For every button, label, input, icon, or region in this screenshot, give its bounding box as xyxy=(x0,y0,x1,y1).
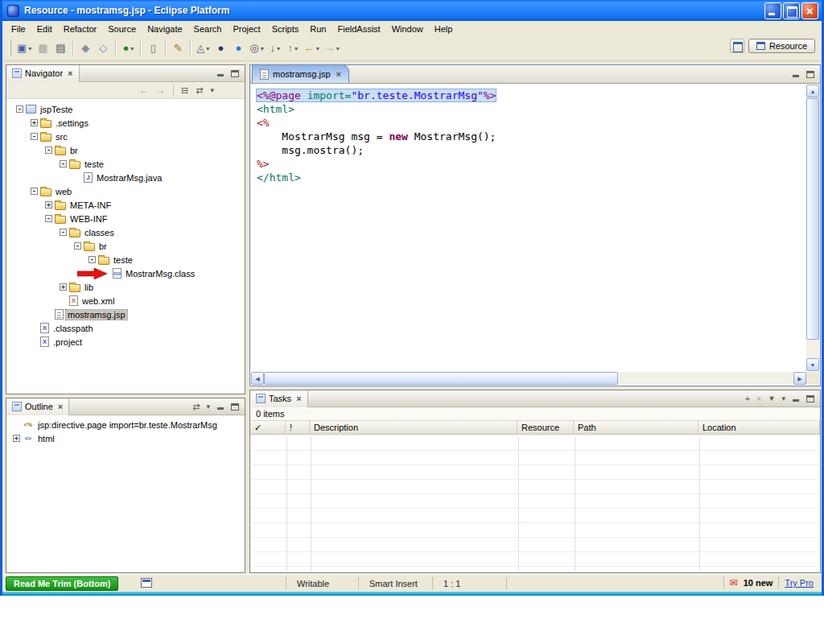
code-editor[interactable]: <%@page import="br.teste.MostrarMsg"%> <… xyxy=(251,85,805,371)
minimize-view-button[interactable] xyxy=(792,395,800,402)
menu-project[interactable]: Project xyxy=(227,23,266,35)
column-header-location[interactable]: Location xyxy=(698,421,820,434)
prev-annotation-button[interactable]: ↑▾ xyxy=(284,39,302,58)
expander-icon[interactable] xyxy=(89,256,96,263)
tree-item-web[interactable]: web xyxy=(6,184,245,198)
web-dark-button[interactable]: ● xyxy=(212,39,229,58)
tree-item-project[interactable]: .project xyxy=(6,335,245,349)
back-history-icon[interactable]: ← xyxy=(139,85,149,96)
class-wizard-button[interactable]: ◆ xyxy=(76,39,94,58)
tree-item-br2[interactable]: br xyxy=(6,239,245,253)
annotate-button[interactable]: ✎ xyxy=(169,39,187,58)
tree-item-teste2[interactable]: teste xyxy=(6,253,245,266)
maximize-view-button[interactable] xyxy=(231,70,239,77)
dropdown-chevron-icon[interactable]: ▾ xyxy=(206,45,209,52)
forward-button[interactable]: →▾ xyxy=(322,39,342,58)
tree-item-lib[interactable]: lib xyxy=(6,280,245,294)
code-line[interactable]: MostrarMsg msg = new MostrarMsg(); xyxy=(257,130,805,143)
fast-view-icon[interactable] xyxy=(141,578,152,588)
column-header-path[interactable]: Path xyxy=(574,421,698,434)
vertical-scrollbar[interactable]: ▲ ▼ xyxy=(806,85,819,371)
scrollbar-thumb[interactable] xyxy=(806,98,819,340)
delete-task-icon[interactable]: × xyxy=(756,394,761,403)
add-task-icon[interactable]: + xyxy=(745,394,750,403)
menu-help[interactable]: Help xyxy=(429,23,459,35)
menu-search[interactable]: Search xyxy=(188,23,228,35)
filter-icon[interactable]: ▼ xyxy=(768,394,776,402)
save-button[interactable]: ▦ xyxy=(34,39,52,58)
menu-run[interactable]: Run xyxy=(304,23,332,35)
minimize-window-button[interactable] xyxy=(764,2,781,19)
expander-icon[interactable] xyxy=(60,229,67,236)
tree-item-settings[interactable]: .settings xyxy=(6,116,245,130)
code-line[interactable]: msg.mostra(); xyxy=(257,143,805,157)
menu-window[interactable]: Window xyxy=(386,23,429,35)
expander-icon[interactable] xyxy=(16,105,23,113)
outline-item-jsp-directive[interactable]: jsp:directive.page import=br.teste.Mostr… xyxy=(6,418,245,431)
minimize-view-button[interactable] xyxy=(216,70,225,77)
scrollbar-thumb[interactable] xyxy=(264,372,618,385)
code-line[interactable]: <% xyxy=(257,116,805,130)
new-wizard-button[interactable]: ▣▾ xyxy=(14,39,34,58)
menu-edit[interactable]: Edit xyxy=(31,23,58,35)
maximize-window-button[interactable] xyxy=(783,2,800,19)
code-line[interactable]: <%@page import="br.teste.MostrarMsg"%> xyxy=(257,89,805,102)
print-button[interactable]: ▤ xyxy=(52,39,69,58)
tree-item-mostrarmsg-java[interactable]: MostrarMsg.java xyxy=(6,171,245,184)
column-header-resource[interactable]: Resource xyxy=(517,421,574,434)
maximize-view-button[interactable] xyxy=(806,71,814,78)
code-line[interactable]: %> xyxy=(257,157,805,171)
menu-file[interactable]: File xyxy=(6,23,31,35)
expander-icon[interactable] xyxy=(74,242,81,250)
menu-source[interactable]: Source xyxy=(102,23,142,35)
tasks-table-body[interactable] xyxy=(251,436,819,572)
dropdown-chevron-icon[interactable]: ▾ xyxy=(316,45,319,52)
code-line[interactable]: <html> xyxy=(257,102,805,116)
tree-item-jspteste[interactable]: jspTeste xyxy=(6,102,245,116)
tree-item-classpath[interactable]: .classpath xyxy=(6,321,245,335)
expander-icon[interactable] xyxy=(60,160,67,167)
menu-navigate[interactable]: Navigate xyxy=(142,23,187,35)
forward-history-icon[interactable]: → xyxy=(156,85,166,96)
perspective-resource-button[interactable]: Resource xyxy=(748,39,815,53)
menu-fieldassist[interactable]: FieldAssist xyxy=(332,23,385,35)
dropdown-chevron-icon[interactable]: ▾ xyxy=(295,45,298,52)
column-header-description[interactable]: Description xyxy=(310,421,517,434)
try-pro-link[interactable]: Try Pro xyxy=(785,578,814,588)
scroll-right-icon[interactable]: ▶ xyxy=(793,372,806,385)
expander-icon[interactable] xyxy=(60,283,67,291)
close-view-icon[interactable]: × xyxy=(296,394,301,403)
scroll-left-icon[interactable]: ◀ xyxy=(251,372,264,385)
horizontal-scrollbar[interactable]: ◀ ▶ xyxy=(251,372,806,385)
navigator-tab[interactable]: Navigator × xyxy=(6,65,80,82)
close-view-icon[interactable]: × xyxy=(68,68,72,78)
minimize-view-button[interactable] xyxy=(216,403,225,411)
tree-item-web-xml[interactable]: web.xml xyxy=(6,294,245,308)
dropdown-chevron-icon[interactable]: ▾ xyxy=(130,45,134,52)
expander-icon[interactable] xyxy=(31,188,38,195)
expander-icon[interactable] xyxy=(31,119,38,126)
titlebar[interactable]: Resource - mostramsg.jsp - Eclipse Platf… xyxy=(2,0,822,21)
close-editor-icon[interactable]: × xyxy=(336,69,341,79)
tree-item-meta-inf[interactable]: META-INF xyxy=(6,198,245,212)
next-annotation-button[interactable]: ↓▾ xyxy=(266,39,284,58)
back-button[interactable]: ←▾ xyxy=(302,39,322,58)
outline-item-html[interactable]: html xyxy=(6,431,245,445)
tree-item-teste[interactable]: teste xyxy=(6,157,245,171)
cut-button[interactable]: ◬▾ xyxy=(194,39,212,58)
link-with-editor-icon[interactable]: ⇄ xyxy=(192,402,200,412)
toolbar-drag-handle[interactable] xyxy=(9,40,11,56)
tree-item-mostramsg-jsp[interactable]: mostramsg.jsp xyxy=(6,308,245,321)
scroll-down-icon[interactable]: ▼ xyxy=(806,358,819,371)
view-menu-icon[interactable]: ▾ xyxy=(781,394,785,402)
tree-item-src[interactable]: src xyxy=(6,130,245,143)
expander-icon[interactable] xyxy=(13,435,20,442)
maximize-view-button[interactable] xyxy=(806,395,814,402)
copy-button[interactable]: ▯ xyxy=(144,39,162,58)
maximize-view-button[interactable] xyxy=(231,403,239,411)
expander-icon[interactable] xyxy=(45,201,52,208)
web-button[interactable]: ● xyxy=(229,39,247,58)
expander-icon[interactable] xyxy=(45,147,52,154)
column-header-complete[interactable]: ✓ xyxy=(250,421,286,434)
menu-refactor[interactable]: Refactor xyxy=(58,23,103,35)
